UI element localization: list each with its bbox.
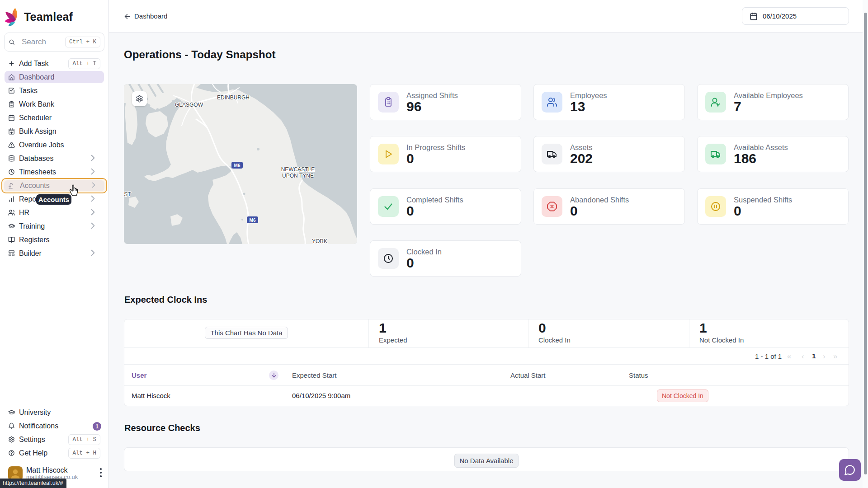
svg-text:UPON TYNE: UPON TYNE	[282, 173, 314, 179]
svg-text:ST: ST	[124, 191, 131, 197]
svg-text:GLASGOW: GLASGOW	[175, 102, 203, 108]
svg-text:NEWCASTLE: NEWCASTLE	[281, 166, 315, 173]
svg-text:EDINBURGH: EDINBURGH	[217, 94, 250, 101]
svg-text:M6: M6	[250, 218, 256, 223]
svg-text:YORK: YORK	[312, 238, 327, 244]
svg-text:M6: M6	[234, 163, 241, 168]
